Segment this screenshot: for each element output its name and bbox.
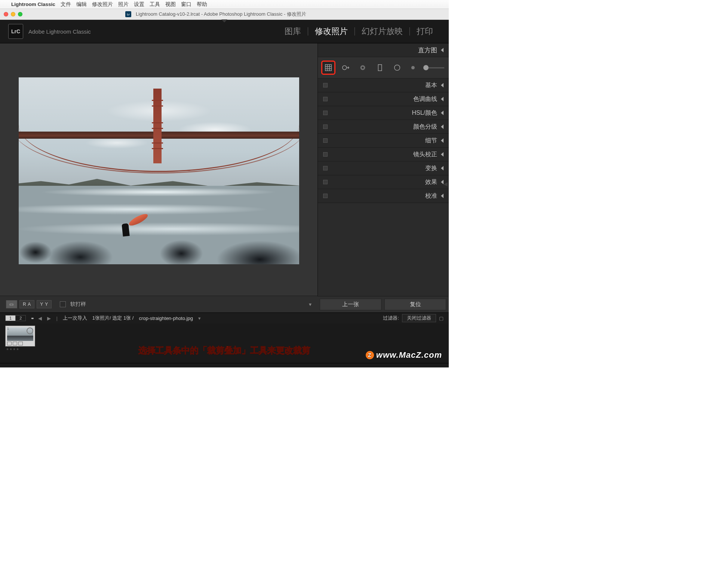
loupe-view-button[interactable]: ▭ (6, 300, 17, 308)
panel-calibration[interactable]: 校准 (318, 189, 449, 203)
panel-detail[interactable]: 细节 (318, 134, 449, 148)
identity-plate-bar: LrC Adobe Lightroom Classic 图库 修改照片 幻灯片放… (0, 20, 449, 43)
breadcrumb-count: 1张照片/ 选定 1张 / (92, 315, 134, 321)
collapse-triangle-icon (441, 194, 444, 198)
radial-filter-tool[interactable] (391, 62, 403, 74)
module-slideshow[interactable]: 幻灯片放映 (355, 26, 409, 37)
panel-color-grading[interactable]: 颜色分级 (318, 120, 449, 134)
panel-toggle-icon[interactable] (323, 138, 328, 143)
photo-preview (19, 77, 299, 264)
panel-toggle-icon[interactable] (323, 180, 328, 184)
document-icon: Lr (125, 11, 131, 17)
menu-edit[interactable]: 编辑 (76, 1, 87, 8)
collapse-triangle-icon (441, 152, 444, 157)
panel-lens-corrections[interactable]: 镜头校正 (318, 148, 449, 161)
panel-hsl-color[interactable]: HSL/颜色 (318, 106, 449, 120)
menu-window[interactable]: 窗口 (181, 1, 191, 8)
menu-photo[interactable]: 照片 (118, 1, 129, 8)
collapse-triangle-icon (441, 48, 444, 52)
svg-point-5 (395, 65, 400, 71)
collapse-triangle-icon (441, 180, 444, 184)
monitor-1-button[interactable]: 1 (6, 315, 16, 321)
panel-toggle-icon[interactable] (323, 124, 328, 129)
before-after-view-button[interactable]: Y Y (37, 300, 52, 308)
thumb-badge-icon (13, 342, 17, 345)
filmstrip[interactable]: 1 ★★★★ 选择工具条中的「裁剪叠加」工具来更改裁剪 Z www.MacZ.c… (0, 323, 449, 363)
menu-settings[interactable]: 设置 (134, 1, 144, 8)
svg-point-6 (411, 66, 415, 69)
monitor-2-button[interactable]: 2 (16, 315, 25, 321)
menu-tools[interactable]: 工具 (150, 1, 160, 8)
panel-tone-curve[interactable]: 色调曲线 (318, 92, 449, 106)
panel-toggle-icon[interactable] (323, 152, 328, 157)
collapse-triangle-icon (441, 138, 444, 143)
panel-effects[interactable]: 效果 (318, 175, 449, 189)
main-area: ▶ ◀ ▭ R A Y Y (0, 43, 449, 313)
panel-footer-buttons: 上一张 复位 (317, 296, 448, 313)
collapse-triangle-icon (441, 124, 444, 129)
panel-toggle-icon[interactable] (323, 83, 328, 87)
canvas-viewport[interactable] (0, 43, 317, 296)
filter-label: 过滤器: (383, 315, 399, 321)
watermark-text: www.MacZ.com (376, 350, 442, 360)
svg-point-3 (362, 67, 364, 69)
top-panel-expand-icon[interactable] (221, 19, 227, 22)
develop-tool-strip (318, 57, 449, 78)
svg-point-1 (343, 66, 347, 70)
filter-lock-icon[interactable]: ▢ (439, 315, 444, 321)
brush-size-slider[interactable] (428, 64, 444, 71)
previous-button[interactable]: 上一张 (320, 299, 381, 310)
nav-forward-icon[interactable]: ▶ (47, 315, 51, 321)
crop-overlay-tool[interactable] (322, 62, 334, 74)
module-library[interactable]: 图库 (278, 26, 308, 37)
breadcrumb-menu-icon[interactable]: ▾ (198, 315, 201, 321)
adjustment-brush-tool[interactable] (408, 62, 420, 74)
module-print[interactable]: 打印 (410, 26, 440, 37)
right-panel: 直方图 (317, 43, 449, 296)
toolbar-options-menu-icon[interactable]: ▾ (309, 301, 312, 307)
panel-toggle-icon[interactable] (323, 111, 328, 115)
right-panel-collapse-icon[interactable]: ◀ (444, 181, 448, 187)
panel-basic[interactable]: 基本 (318, 78, 449, 92)
filmstrip-thumb[interactable]: 1 ★★★★ (5, 326, 34, 351)
menu-file[interactable]: 文件 (61, 1, 71, 8)
reference-view-button[interactable]: R A (19, 300, 34, 308)
panel-transform[interactable]: 变换 (318, 161, 449, 175)
breadcrumb-source[interactable]: 上一次导入 (63, 315, 87, 321)
thumb-badge-icon (7, 342, 12, 345)
filter-dropdown[interactable]: 关闭过滤器 (402, 314, 436, 322)
window-title-text: Lightroom Catalog-v10-2.lrcat - Adobe Ph… (136, 11, 306, 18)
module-switcher: 图库 修改照片 幻灯片放映 打印 (278, 26, 440, 37)
panel-toggle-icon[interactable] (323, 166, 328, 170)
soft-proof-checkbox[interactable] (60, 301, 66, 307)
thumb-index: 1 (7, 327, 9, 330)
thumb-badge-icon (18, 342, 23, 345)
thumb-rating[interactable]: ★★★★ (5, 347, 34, 351)
lrc-logo-icon: LrC (8, 24, 23, 39)
menu-develop[interactable]: 修改照片 (92, 1, 113, 8)
filmstrip-header: 1 2 ▪▪ ◀ ▶ | 上一次导入 1张照片/ 选定 1张 / crop-st… (0, 313, 449, 323)
tutorial-annotation: 选择工具条中的「裁剪叠加」工具来更改裁剪 (138, 345, 310, 356)
nav-back-icon[interactable]: ◀ (38, 315, 42, 321)
window-titlebar: Lr Lightroom Catalog-v10-2.lrcat - Adobe… (0, 9, 449, 20)
spot-removal-tool[interactable] (340, 62, 352, 74)
panel-toggle-icon[interactable] (323, 194, 328, 198)
svg-rect-0 (325, 65, 332, 71)
grid-view-icon[interactable]: ▪▪ (31, 315, 33, 321)
collapse-triangle-icon (441, 83, 444, 87)
menubar-app-name[interactable]: Lightroom Classic (11, 1, 55, 7)
panel-histogram-header[interactable]: 直方图 (318, 43, 449, 57)
panel-toggle-icon[interactable] (323, 97, 328, 101)
module-develop[interactable]: 修改照片 (308, 26, 355, 37)
redeye-tool[interactable] (357, 62, 369, 74)
app-window: Lightroom Classic 文件 编辑 修改照片 照片 设置 工具 视图… (0, 0, 449, 367)
menu-view[interactable]: 视图 (165, 1, 176, 8)
quick-collection-icon[interactable] (27, 327, 33, 334)
reset-button[interactable]: 复位 (384, 299, 446, 310)
collapse-triangle-icon (441, 166, 444, 170)
menu-help[interactable]: 帮助 (197, 1, 207, 8)
svg-rect-4 (378, 65, 381, 71)
histogram-label: 直方图 (418, 46, 437, 55)
breadcrumb-filename[interactable]: crop-straighten-photo.jpg (139, 315, 193, 321)
graduated-filter-tool[interactable] (374, 62, 386, 74)
